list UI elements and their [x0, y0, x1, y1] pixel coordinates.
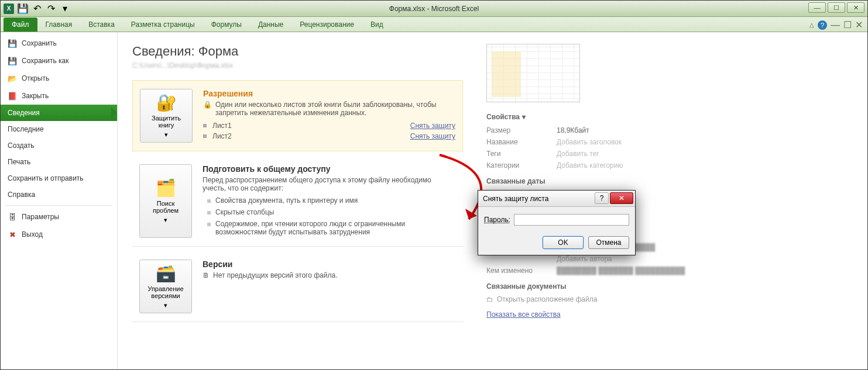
versions-title: Версии: [203, 260, 456, 269]
unprotect-sheet-dialog: Снять защиту листа ? ✕ Пароль: OK Отмена: [478, 190, 636, 255]
permissions-desc: Один или несколько листов этой книги был…: [215, 101, 455, 117]
dialog-title: Снять защиту листа: [483, 195, 548, 203]
chevron-down-icon: ▾: [522, 113, 526, 121]
tab-data[interactable]: Данные: [250, 18, 291, 32]
info-main: Сведения: Форма C:\Users\...\Desktop\Фор…: [132, 44, 463, 358]
document-thumbnail[interactable]: [486, 44, 580, 102]
ribbon-minimize-icon[interactable]: △: [809, 22, 814, 28]
close-window-button[interactable]: ✕: [847, 2, 864, 13]
lock-icon: 🔐: [156, 93, 177, 112]
qat-dropdown-icon[interactable]: ▾: [59, 2, 71, 15]
check-issues-button[interactable]: 🗂️ Поиск проблем ▾: [139, 164, 192, 238]
permissions-title: Разрешения: [203, 89, 455, 98]
protect-workbook-button[interactable]: 🔐 Защитить книгу ▾: [140, 89, 193, 143]
dialog-close-button[interactable]: ✕: [610, 192, 633, 204]
open-icon: 📂: [8, 74, 17, 83]
save-as-icon: 💾: [8, 56, 17, 65]
options-icon: 🗄: [8, 212, 17, 222]
backstage-content: znaikak Сведения: Форма C:\Users\...\Des…: [118, 32, 867, 369]
nav-exit[interactable]: ✖Выход: [1, 226, 117, 243]
sheet-row-1: Лист1 Снять защиту: [203, 120, 455, 131]
backstage-nav: 💾Сохранить 💾Сохранить как 📂Открыть 📕Закр…: [1, 32, 118, 369]
inspect-icon: 🗂️: [156, 178, 176, 198]
file-path: C:\Users\...\Desktop\Форма.xlsx: [132, 61, 463, 70]
tab-review[interactable]: Рецензирование: [291, 18, 362, 32]
folder-icon: 🗀: [486, 295, 493, 303]
prepare-list: Свойства документа, путь к принтеру и им…: [203, 195, 456, 238]
page-title: Сведения: Форма: [132, 44, 463, 59]
minimize-button[interactable]: —: [808, 2, 826, 13]
nav-new[interactable]: Создать: [1, 137, 117, 154]
docs-header: Связанные документы: [486, 282, 853, 291]
cancel-button[interactable]: Отмена: [588, 236, 629, 249]
prepare-title: Подготовить к общему доступу: [203, 164, 456, 174]
nav-share[interactable]: Сохранить и отправить: [1, 170, 117, 186]
qat-save-icon[interactable]: 💾: [16, 2, 29, 15]
lock-small-icon: 🔒: [203, 101, 212, 117]
app-window: X 💾 ↶ ↷ ▾ Форма.xlsx - Microsoft Excel —…: [0, 0, 868, 370]
doc-close-icon[interactable]: ✕: [855, 19, 863, 30]
nav-recent[interactable]: Последние: [1, 121, 117, 137]
nav-print[interactable]: Печать: [1, 154, 117, 170]
add-author-field[interactable]: Добавить автора: [557, 255, 612, 263]
manage-versions-button[interactable]: 🗃️ Управление версиями ▾: [139, 260, 192, 313]
nav-save-as[interactable]: 💾Сохранить как: [1, 52, 117, 70]
nav-open[interactable]: 📂Открыть: [1, 70, 117, 87]
sheet-name: Лист1: [212, 122, 232, 130]
tab-home[interactable]: Главная: [37, 18, 81, 32]
versions-desc: Нет предыдущих версий этого файла.: [213, 271, 338, 279]
window-controls: — ☐ ✕: [808, 2, 864, 13]
unprotect-link-1[interactable]: Снять защиту: [410, 122, 455, 130]
close-icon: 📕: [8, 91, 17, 101]
prepare-section: 🗂️ Поиск проблем ▾ Подготовить к общему …: [132, 156, 463, 247]
dates-header: Связанные даты: [486, 177, 853, 185]
nav-help[interactable]: Справка: [1, 186, 117, 203]
nav-save[interactable]: 💾Сохранить: [1, 34, 117, 52]
nav-options[interactable]: 🗄Параметры: [1, 208, 117, 226]
list-item: Содержимое, при чтении которого люди с о…: [215, 218, 456, 238]
versions-icon: 🗃️: [156, 264, 176, 283]
nav-info[interactable]: Сведения: [1, 105, 117, 121]
save-icon: 💾: [8, 39, 17, 48]
open-location-link[interactable]: 🗀Открыть расположение файла: [486, 295, 853, 303]
excel-app-icon[interactable]: X: [2, 2, 15, 15]
qat-undo-icon[interactable]: ↶: [30, 2, 43, 15]
qat-redo-icon[interactable]: ↷: [44, 2, 57, 15]
titlebar: X 💾 ↶ ↷ ▾ Форма.xlsx - Microsoft Excel —…: [1, 1, 867, 17]
password-label: Пароль:: [484, 216, 510, 224]
add-title-field[interactable]: Добавить заголовок: [557, 138, 622, 146]
maximize-button[interactable]: ☐: [828, 2, 845, 13]
list-item: Свойства документа, путь к принтеру и им…: [215, 195, 456, 206]
prepare-desc: Перед распространением общего доступа к …: [203, 176, 456, 192]
add-category-field[interactable]: Добавить категорию: [557, 161, 623, 170]
changed-by-value: ████████ ███████ ██████████: [557, 267, 685, 275]
help-icon[interactable]: ?: [818, 20, 827, 30]
tab-insert[interactable]: Вставка: [80, 18, 123, 32]
list-item: Скрытые столбцы: [215, 206, 456, 218]
nav-close[interactable]: 📕Закрыть: [1, 87, 117, 105]
doc-minimize-icon[interactable]: —: [831, 20, 840, 30]
sheet-row-2: Лист2 Снять защиту: [203, 131, 455, 141]
tab-view[interactable]: Вид: [362, 18, 392, 32]
exit-icon: ✖: [8, 230, 17, 239]
chevron-down-icon: ▾: [164, 302, 167, 309]
quick-access-toolbar: X 💾 ↶ ↷ ▾: [1, 2, 71, 15]
backstage: 💾Сохранить 💾Сохранить как 📂Открыть 📕Закр…: [1, 32, 867, 369]
dialog-titlebar[interactable]: Снять защиту листа ? ✕: [478, 191, 635, 207]
chevron-down-icon: ▾: [164, 216, 167, 224]
add-tag-field[interactable]: Добавить тег: [557, 150, 599, 158]
tab-layout[interactable]: Разметка страницы: [123, 18, 203, 32]
unprotect-link-2[interactable]: Снять защиту: [410, 132, 455, 140]
dialog-help-button[interactable]: ?: [595, 192, 609, 204]
tab-formulas[interactable]: Формулы: [203, 18, 250, 32]
doc-icon: 🗎: [203, 271, 210, 279]
doc-restore-icon[interactable]: ☐: [843, 19, 852, 30]
ok-button[interactable]: OK: [543, 236, 584, 249]
ribbon-tabs: Файл Главная Вставка Разметка страницы Ф…: [1, 17, 867, 32]
properties-header[interactable]: Свойства ▾: [486, 113, 853, 121]
window-title: Форма.xlsx - Microsoft Excel: [389, 5, 479, 13]
show-all-properties-link[interactable]: Показать все свойства: [486, 310, 561, 319]
tab-file[interactable]: Файл: [4, 18, 37, 32]
versions-section: 🗃️ Управление версиями ▾ Версии 🗎Нет пре…: [132, 251, 463, 322]
password-input[interactable]: [514, 214, 629, 226]
